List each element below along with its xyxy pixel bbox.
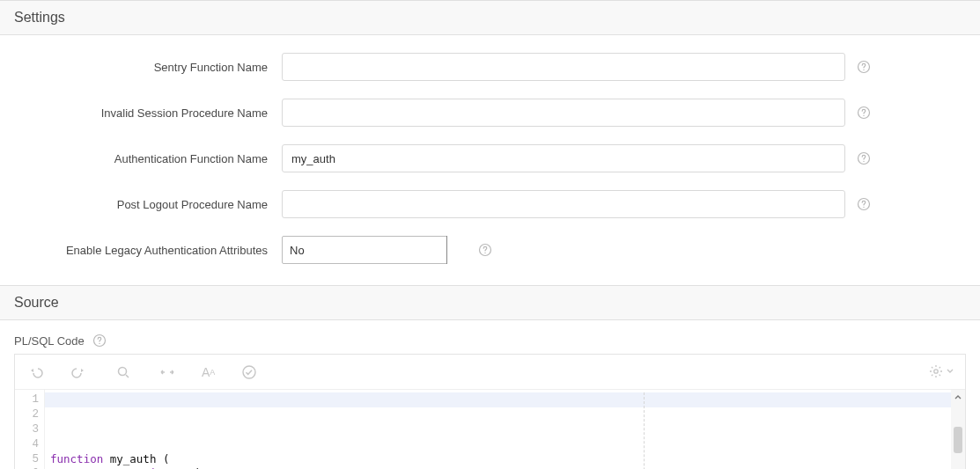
scroll-up-icon[interactable] bbox=[951, 390, 965, 404]
redo-icon[interactable] bbox=[70, 363, 89, 382]
svg-point-3 bbox=[863, 115, 864, 116]
label-invalid-session: Invalid Session Procedure Name bbox=[18, 106, 282, 120]
svg-point-12 bbox=[119, 367, 127, 375]
input-authentication-function-name[interactable] bbox=[282, 144, 845, 172]
row-legacy: Enable Legacy Authentication Attributes … bbox=[18, 236, 962, 264]
row-sentry: Sentry Function Name bbox=[18, 53, 962, 81]
input-post-logout-procedure[interactable] bbox=[282, 190, 845, 218]
label-sentry: Sentry Function Name bbox=[18, 61, 282, 74]
row-post-logout: Post Logout Procedure Name bbox=[18, 190, 962, 218]
svg-point-9 bbox=[484, 253, 485, 253]
settings-title: Settings bbox=[14, 10, 65, 25]
code-text[interactable]: function my_auth ( p_username in varchar… bbox=[45, 390, 965, 469]
settings-gear-icon[interactable] bbox=[928, 362, 954, 381]
svg-point-5 bbox=[863, 161, 864, 162]
plsql-code-label: PL/SQL Code bbox=[14, 334, 85, 348]
editor-toolbar: AA bbox=[15, 355, 965, 390]
input-invalid-session-procedure[interactable] bbox=[282, 99, 845, 127]
label-auth-fn: Authentication Function Name bbox=[18, 152, 282, 165]
font-size-icon[interactable]: AA bbox=[202, 363, 215, 382]
source-title: Source bbox=[14, 295, 59, 310]
scroll-thumb[interactable] bbox=[954, 427, 962, 453]
code-editor: AA 1 2 3 4 5 6 7 function my_auth ( p_us… bbox=[14, 354, 966, 469]
row-invalid-session: Invalid Session Procedure Name bbox=[18, 99, 962, 127]
code-area[interactable]: 1 2 3 4 5 6 7 function my_auth ( p_usern… bbox=[15, 390, 965, 469]
settings-section-header: Settings bbox=[0, 0, 980, 35]
svg-point-1 bbox=[863, 70, 864, 70]
code-label-row: PL/SQL Code bbox=[14, 333, 966, 348]
search-icon[interactable] bbox=[114, 363, 133, 382]
active-line-highlight bbox=[45, 392, 965, 407]
help-icon[interactable] bbox=[856, 150, 872, 166]
undo-icon[interactable] bbox=[26, 363, 45, 382]
help-icon[interactable] bbox=[477, 242, 493, 258]
expand-icon[interactable] bbox=[158, 363, 177, 382]
label-legacy: Enable Legacy Authentication Attributes bbox=[18, 244, 282, 257]
help-icon[interactable] bbox=[856, 196, 872, 212]
row-auth-fn: Authentication Function Name bbox=[18, 144, 962, 172]
input-sentry-function-name[interactable] bbox=[282, 53, 845, 81]
svg-point-14 bbox=[934, 370, 938, 373]
source-section-header: Source bbox=[0, 285, 980, 320]
select-enable-legacy-auth[interactable]: No bbox=[282, 236, 467, 264]
help-icon[interactable] bbox=[856, 59, 872, 75]
validate-icon[interactable] bbox=[239, 363, 259, 382]
svg-point-7 bbox=[863, 207, 864, 208]
line-gutter: 1 2 3 4 5 6 7 bbox=[15, 390, 45, 469]
svg-point-11 bbox=[99, 343, 99, 344]
source-body: PL/SQL Code AA bbox=[0, 320, 980, 469]
help-icon[interactable] bbox=[856, 105, 872, 121]
settings-body: Sentry Function Name Invalid Session Pro… bbox=[0, 35, 980, 285]
help-icon[interactable] bbox=[92, 333, 107, 348]
label-post-logout: Post Logout Procedure Name bbox=[18, 198, 282, 211]
